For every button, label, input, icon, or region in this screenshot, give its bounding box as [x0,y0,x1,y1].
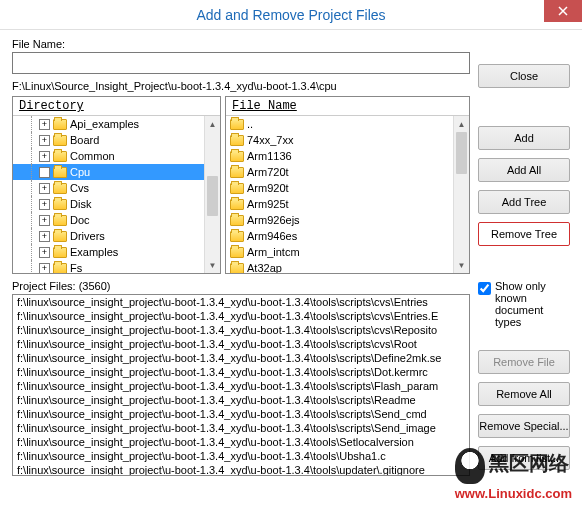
expand-icon[interactable]: + [39,247,50,258]
expand-icon[interactable]: + [39,183,50,194]
folder-icon [230,231,244,242]
tree-label: Cvs [70,182,89,194]
file-item[interactable]: .. [226,116,469,132]
tree-label: Board [70,134,99,146]
expand-icon[interactable]: + [39,215,50,226]
titlebar: Add and Remove Project Files [0,0,582,30]
tree-label: Common [70,150,115,162]
project-file-row[interactable]: f:\linux\source_insight_project\u-boot-1… [13,421,469,435]
remove-all-button[interactable]: Remove All [478,382,570,406]
folder-icon [230,151,244,162]
scroll-down-icon[interactable]: ▼ [454,257,469,273]
file-label: Arm946es [247,230,297,242]
expand-icon[interactable]: + [39,119,50,130]
file-label: At32ap [247,262,282,273]
project-file-row[interactable]: f:\linux\source_insight_project\u-boot-1… [13,463,469,476]
file-item[interactable]: At32ap [226,260,469,273]
expand-icon[interactable]: + [39,167,50,178]
file-item[interactable]: Arm1136 [226,148,469,164]
scroll-up-icon[interactable]: ▲ [454,116,469,132]
scroll-up-icon[interactable]: ▲ [205,116,220,132]
project-file-row[interactable]: f:\linux\source_insight_project\u-boot-1… [13,337,469,351]
file-item[interactable]: Arm925t [226,196,469,212]
tree-item[interactable]: +Board [13,132,220,148]
tree-label: Disk [70,198,91,210]
tree-label: Cpu [70,166,90,178]
tree-item[interactable]: +Doc [13,212,220,228]
file-label: .. [247,118,253,130]
add-from-list-button[interactable]: Add from list... [478,446,570,470]
close-icon [558,6,568,16]
folder-icon [230,119,244,130]
expand-icon[interactable]: + [39,199,50,210]
project-file-row[interactable]: f:\linux\source_insight_project\u-boot-1… [13,295,469,309]
project-file-row[interactable]: f:\linux\source_insight_project\u-boot-1… [13,393,469,407]
file-item[interactable]: Arm946es [226,228,469,244]
tree-item[interactable]: +Cpu [13,164,220,180]
file-name-input[interactable] [12,52,470,74]
file-item[interactable]: 74xx_7xx [226,132,469,148]
project-files-label: Project Files: (3560) [12,280,470,292]
add-tree-button[interactable]: Add Tree [478,190,570,214]
expand-icon[interactable]: + [39,135,50,146]
file-scrollbar[interactable]: ▲ ▼ [453,116,469,273]
directory-header: Directory [13,97,220,116]
add-button[interactable]: Add [478,126,570,150]
expand-icon[interactable]: + [39,263,50,274]
tree-label: Drivers [70,230,105,242]
file-item[interactable]: Arm920t [226,180,469,196]
close-window-button[interactable] [544,0,582,22]
directory-tree[interactable]: +Api_examples+Board+Common+Cpu+Cvs+Disk+… [13,116,220,273]
tree-item[interactable]: +Cvs [13,180,220,196]
project-file-row[interactable]: f:\linux\source_insight_project\u-boot-1… [13,449,469,463]
window-title: Add and Remove Project Files [196,7,385,23]
tree-item[interactable]: +Drivers [13,228,220,244]
file-label: Arm920t [247,182,289,194]
file-label: 74xx_7xx [247,134,293,146]
file-header: File Name [226,97,469,116]
tree-item[interactable]: +Api_examples [13,116,220,132]
file-item[interactable]: Arm720t [226,164,469,180]
project-file-row[interactable]: f:\linux\source_insight_project\u-boot-1… [13,309,469,323]
folder-icon [230,135,244,146]
file-list[interactable]: ..74xx_7xxArm1136Arm720tArm920tArm925tAr… [226,116,469,273]
remove-file-button[interactable]: Remove File [478,350,570,374]
folder-icon [53,247,67,258]
remove-special-button[interactable]: Remove Special... [478,414,570,438]
project-files-list[interactable]: f:\linux\source_insight_project\u-boot-1… [12,294,470,476]
file-label: Arm_intcm [247,246,300,258]
expand-icon[interactable]: + [39,231,50,242]
show-only-known-input[interactable] [478,282,491,295]
project-file-row[interactable]: f:\linux\source_insight_project\u-boot-1… [13,323,469,337]
scroll-down-icon[interactable]: ▼ [205,257,220,273]
project-file-row[interactable]: f:\linux\source_insight_project\u-boot-1… [13,365,469,379]
close-button[interactable]: Close [478,64,570,88]
file-label: Arm926ejs [247,214,300,226]
show-only-known-checkbox[interactable]: Show only known document types [478,280,570,328]
project-file-row[interactable]: f:\linux\source_insight_project\u-boot-1… [13,407,469,421]
project-file-row[interactable]: f:\linux\source_insight_project\u-boot-1… [13,379,469,393]
project-file-row[interactable]: f:\linux\source_insight_project\u-boot-1… [13,351,469,365]
folder-icon [53,231,67,242]
scroll-thumb[interactable] [456,132,467,174]
tree-item[interactable]: +Common [13,148,220,164]
tree-label: Examples [70,246,118,258]
file-name-label: File Name: [12,38,470,50]
file-label: Arm1136 [247,150,292,162]
tree-item[interactable]: +Disk [13,196,220,212]
folder-icon [230,199,244,210]
folder-icon [230,183,244,194]
tree-item[interactable]: +Fs [13,260,220,273]
folder-icon [53,215,67,226]
show-only-known-label: Show only known document types [495,280,570,328]
file-pane: File Name ..74xx_7xxArm1136Arm720tArm920… [225,96,470,274]
add-all-button[interactable]: Add All [478,158,570,182]
tree-item[interactable]: +Examples [13,244,220,260]
expand-icon[interactable]: + [39,151,50,162]
file-item[interactable]: Arm926ejs [226,212,469,228]
scroll-thumb[interactable] [207,176,218,216]
project-file-row[interactable]: f:\linux\source_insight_project\u-boot-1… [13,435,469,449]
directory-scrollbar[interactable]: ▲ ▼ [204,116,220,273]
file-item[interactable]: Arm_intcm [226,244,469,260]
remove-tree-button[interactable]: Remove Tree [478,222,570,246]
